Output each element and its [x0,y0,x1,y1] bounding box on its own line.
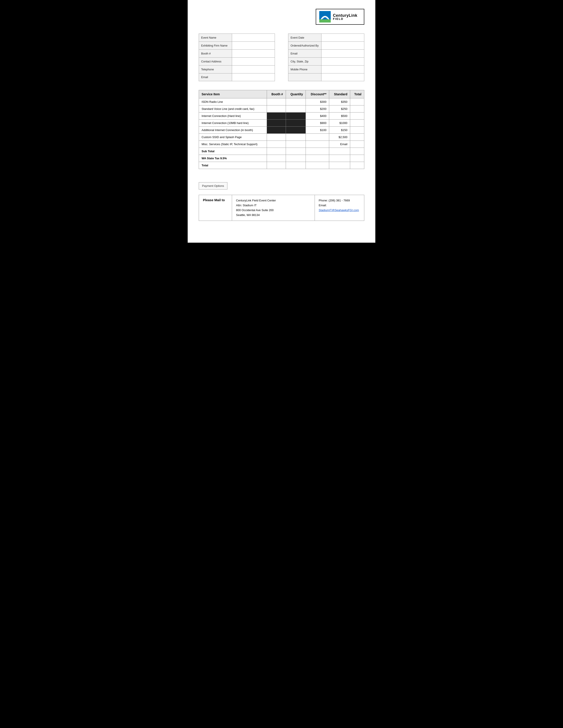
cell-standard-5: $2,500 [329,134,350,141]
form-value-left-1[interactable] [232,42,274,49]
cell-qty-3 [286,120,306,127]
form-row-left-4: Telephone [199,65,275,73]
total-row: Total [199,162,364,169]
tax-total [350,155,364,162]
mail-address-line3: 800 Occidental Ave Suite 200 [236,208,311,213]
cell-service-6: Misc. Services (Static IP, Technical Sup… [199,141,267,148]
form-row-right-2: Email [288,49,364,57]
form-label-left-1: Exhibiting Firm Name [199,42,232,49]
cell-booth-6 [267,141,286,148]
form-value-right-1[interactable] [322,42,364,49]
table-row-4: Additional Internet Connection (in booth… [199,127,364,134]
cell-booth-2 [267,113,286,120]
form-value-right-5[interactable] [322,73,364,81]
payment-section: Payment Options Please Mail to CenturyLi… [199,182,364,221]
logo-field-label: FIELD [333,17,358,20]
cell-discount-1: $200 [306,105,329,113]
table-row-5: Custom SSID and Splash Page $2,500 [199,134,364,141]
cell-qty-5 [286,134,306,141]
form-value-left-3[interactable] [232,58,274,65]
table-row-0: ISDN Radio Line $300 $350 [199,98,364,105]
form-label-right-1: Ordered/Authorized By [289,42,322,49]
mail-phone: Phone: (206) 381 - 7669 [319,198,360,203]
mail-email-prefix: Email: [319,204,327,207]
cell-service-5: Custom SSID and Splash Page [199,134,267,141]
form-value-right-4[interactable] [322,66,364,73]
cell-standard-3: $1000 [329,120,350,127]
form-row-right-1: Ordered/Authorized By [288,41,364,49]
cell-standard-2: $500 [329,113,350,120]
form-label-left-4: Telephone [199,66,232,73]
mail-email-link[interactable]: StadiumIT@SeahawksFGI.com [319,208,359,212]
form-label-left-3: Contact Address [199,58,232,65]
form-row-right-0: Event Date [288,34,364,41]
mail-contact: Phone: (206) 381 - 7669 Email: StadiumIT… [315,195,364,221]
logo-box: CenturyLink FIELD [316,9,364,25]
cell-booth-4 [267,127,286,134]
svg-rect-1 [319,19,331,23]
cell-total-1 [350,105,364,113]
form-label-right-3: City, State, Zip [289,58,322,65]
mail-address-line4: Seattle, WA 98134 [236,213,311,218]
tax-standard [329,155,350,162]
subtotal-total [350,148,364,155]
cell-qty-0 [286,98,306,105]
form-row-right-3: City, State, Zip [288,57,364,65]
cell-total-0 [350,98,364,105]
cell-total-6 [350,141,364,148]
total-qty [286,162,306,169]
cell-total-3 [350,120,364,127]
cell-discount-0: $300 [306,98,329,105]
form-row-right-4: Mobile Phone [288,65,364,73]
total-total [350,162,364,169]
cell-qty-6 [286,141,306,148]
payment-options-label: Payment Options [199,182,227,190]
cell-booth-1 [267,105,286,113]
mail-row: Please Mail to CenturyLink Field Event C… [199,195,364,221]
cell-standard-6: Email [329,141,350,148]
form-col-left: Event Name Exhibiting Firm Name Booth # … [199,34,275,81]
subtotal-discount [306,148,329,155]
cell-qty-4 [286,127,306,134]
cell-service-3: Internet Connection (10MB hard line) [199,120,267,127]
cell-total-4 [350,127,364,134]
logo-text: CenturyLink FIELD [333,13,358,20]
tax-row: WA State Tax 9.5% [199,155,364,162]
cell-discount-2: $400 [306,113,329,120]
cell-standard-4: $150 [329,127,350,134]
form-label-right-4: Mobile Phone [289,66,322,73]
table-header-row: Service Item Booth # Quantity Discount**… [199,90,364,98]
form-row-left-1: Exhibiting Firm Name [199,41,275,49]
form-row-right-5 [288,73,364,81]
form-col-right: Event Date Ordered/Authorized By Email C… [288,34,364,81]
cell-qty-2 [286,113,306,120]
form-value-left-0[interactable] [232,34,274,41]
centurylink-logo-icon [319,11,331,23]
logo-centurylink-label: CenturyLink [333,13,358,17]
subtotal-qty [286,148,306,155]
cell-service-4: Additional Internet Connection (in booth… [199,127,267,134]
form-value-right-3[interactable] [322,58,364,65]
cell-total-2 [350,113,364,120]
form-value-right-0[interactable] [322,34,364,41]
mail-email-line: Email: StadiumIT@SeahawksFGI.com [319,203,360,213]
header: CenturyLink FIELD [199,9,364,25]
mail-address: CenturyLink Field Event Center Attn: Sta… [232,195,315,221]
form-label-right-2: Email [289,50,322,57]
form-value-left-4[interactable] [232,66,274,73]
cell-booth-5 [267,134,286,141]
cell-discount-6 [306,141,329,148]
tax-discount [306,155,329,162]
table-row-1: Standard Voice Line (and credit card, fa… [199,105,364,113]
form-value-left-2[interactable] [232,50,274,57]
form-label-left-5: Email [199,73,232,81]
subtotal-label: Sub Total [199,148,267,155]
form-value-left-5[interactable] [232,73,274,81]
form-label-right-5 [289,73,322,81]
form-value-right-2[interactable] [322,50,364,57]
cell-service-0: ISDN Radio Line [199,98,267,105]
mail-table: Please Mail to CenturyLink Field Event C… [199,195,364,221]
cell-discount-3: $900 [306,120,329,127]
table-row-3: Internet Connection (10MB hard line) $90… [199,120,364,127]
form-row-left-5: Email [199,73,275,81]
